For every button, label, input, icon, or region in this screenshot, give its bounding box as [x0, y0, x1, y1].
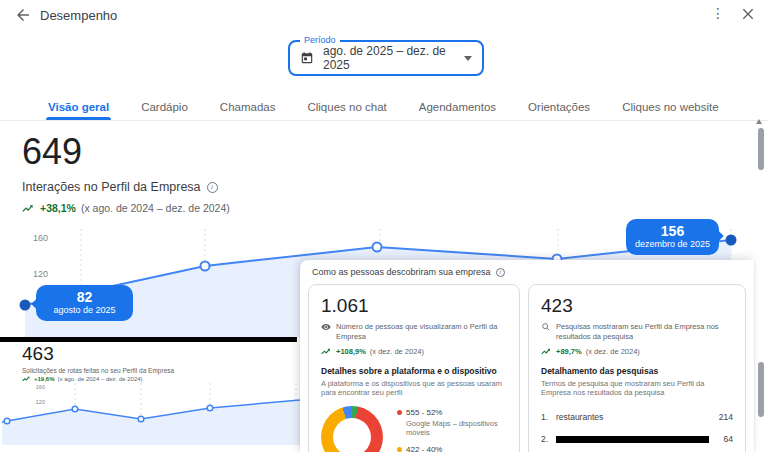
more-options-icon[interactable]: ⋮: [710, 5, 726, 21]
tooltip-value: 82: [44, 289, 125, 305]
svg-text:160: 160: [36, 384, 45, 390]
legend-item: 555 - 52% Google Maps – dispositivos móv…: [397, 408, 507, 437]
platform-donut-chart: [321, 406, 383, 452]
tab-visao-geral[interactable]: Visão geral: [48, 94, 109, 120]
views-caption: Número de pessoas que visualizaram o Per…: [336, 322, 507, 342]
performance-page: Desempenho ⋮ Período ago. de 2025 – dez.…: [0, 0, 768, 452]
top-bar: Desempenho ⋮: [0, 0, 768, 30]
page-title: Desempenho: [40, 8, 117, 23]
tab-bar: Visão geral Cardápio Chamadas Cliques no…: [0, 94, 768, 121]
interactions-delta-context: (x ago. de 2024 – dez. de 2024): [81, 202, 230, 214]
routes-delta-context: (x ago. de 2024 – dez. de 2024): [58, 376, 143, 382]
search-term: restaurantes: [556, 412, 717, 422]
redaction-bar: [556, 436, 709, 443]
info-icon[interactable]: i: [207, 182, 218, 193]
search-icon: [541, 322, 551, 332]
tooltip-december: 156 dezembro de 2025: [626, 219, 719, 255]
profile-views-card: 1.061 Número de pessoas que visualizaram…: [308, 284, 520, 452]
scrollbar-up-arrow[interactable]: [756, 119, 762, 124]
legend-dot-yellow: [397, 447, 402, 452]
platform-description: A plataforma e os dispositivos que as pe…: [321, 379, 507, 399]
scrollbar-thumb[interactable]: [758, 128, 764, 170]
search-term-row: 1. restaurantes 214: [541, 406, 733, 428]
period-field-label: Período: [300, 35, 340, 45]
interactions-delta: +38,1%: [40, 202, 76, 214]
redaction-bar: [0, 337, 297, 342]
trend-up-icon: [321, 348, 332, 355]
tooltip-value: 156: [634, 223, 711, 239]
searches-delta: +89,7%: [556, 347, 582, 356]
searches-caption: Pesquisas mostraram seu Perfil da Empres…: [556, 322, 733, 342]
routes-total: 463: [22, 343, 54, 365]
y-tick-120: 120: [33, 269, 48, 279]
search-term-row: 2. 64: [541, 428, 733, 450]
period-value: ago. de 2025 – dez. de 2025: [323, 44, 455, 72]
searches-delta-context: (x dez. de 2024): [586, 347, 640, 356]
search-term-count: 64: [717, 434, 733, 444]
scrollbar-thumb[interactable]: [758, 362, 764, 417]
search-term-count: 214: [717, 412, 733, 422]
routes-delta: +19,6%: [34, 376, 55, 382]
y-tick-160: 160: [33, 233, 48, 243]
active-tab-underline: [46, 117, 111, 120]
eye-icon: [321, 322, 331, 332]
searches-total: 423: [541, 295, 733, 317]
search-breakdown-subtitle: Detalhamento das pesquisas: [541, 366, 733, 376]
tab-cliques-no-website[interactable]: Cliques no website: [622, 94, 719, 120]
searches-card: 423 Pesquisas mostraram seu Perfil da Em…: [528, 284, 746, 452]
views-delta-context: (x dez. de 2024): [370, 347, 424, 356]
tab-agendamentos[interactable]: Agendamentos: [419, 94, 496, 120]
interactions-caption: Interações no Perfil da Empresa: [22, 180, 201, 194]
close-icon[interactable]: [740, 6, 756, 22]
legend-item: 422 - 40% Pesquisa Google – dispositivos…: [397, 445, 507, 452]
selected-point-december: [726, 235, 737, 246]
routes-section: 463 Solicitações de rotas feitas no seu …: [0, 337, 300, 452]
interactions-metric: 649 Interações no Perfil da Empresa i +3…: [22, 131, 230, 214]
search-terms-list: 1. restaurantes 214 2. 64 3. 39: [541, 406, 733, 452]
tab-chamadas[interactable]: Chamadas: [220, 94, 276, 120]
trend-up-icon: [22, 376, 31, 382]
tab-cardapio[interactable]: Cardápio: [141, 94, 188, 120]
interactions-total: 649: [22, 131, 230, 173]
donut-legend: 555 - 52% Google Maps – dispositivos móv…: [397, 406, 507, 452]
tooltip-label: agosto de 2025: [44, 305, 125, 316]
routes-line-chart: 160 120 80 40: [0, 383, 300, 452]
views-delta: +108,9%: [336, 347, 366, 356]
back-arrow-icon[interactable]: [14, 6, 32, 24]
legend-dot-red: [397, 410, 402, 415]
tab-orientacoes[interactable]: Orientações: [528, 94, 590, 120]
tab-cliques-no-chat[interactable]: Cliques no chat: [307, 94, 386, 120]
tooltip-august: 82 agosto de 2025: [36, 285, 133, 321]
selected-point-august: [20, 300, 31, 311]
calendar-icon: [300, 51, 314, 65]
views-total: 1.061: [321, 295, 507, 317]
search-breakdown-description: Termos de pesquisa que mostraram seu Per…: [541, 379, 733, 399]
trend-up-icon: [541, 348, 552, 355]
chevron-down-icon: [464, 56, 472, 61]
area-fill: [2, 400, 300, 445]
platform-subtitle: Detalhes sobre a plataforma e o disposit…: [321, 366, 507, 376]
routes-caption: Solicitações de rotas feitas no seu Perf…: [22, 367, 174, 374]
svg-text:120: 120: [36, 399, 45, 405]
discovery-title: Como as pessoas descobriram sua empresa: [312, 267, 491, 277]
period-select[interactable]: Período ago. de 2025 – dez. de 2025: [288, 40, 484, 76]
tooltip-label: dezembro de 2025: [634, 239, 711, 250]
trend-up-icon: [22, 204, 35, 213]
discovery-panel: Como as pessoas descobriram sua empresa …: [300, 260, 754, 452]
info-icon[interactable]: i: [496, 268, 505, 277]
